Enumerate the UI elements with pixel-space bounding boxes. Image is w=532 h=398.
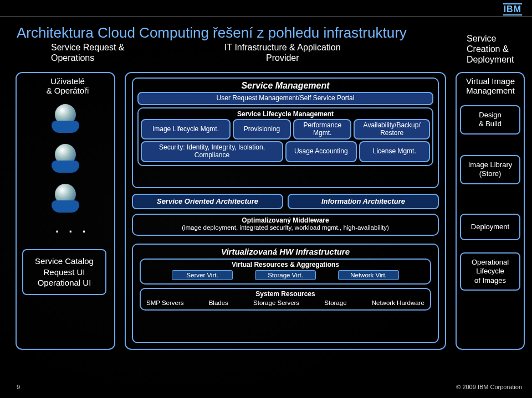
users-label: Uživatelé & Operátoři (40, 76, 95, 95)
sr-blades: Blades (209, 299, 228, 306)
avatar-icon (55, 104, 76, 125)
sr-storage: Storage (324, 299, 346, 306)
middleware-title: Optimalizovaný Middleware (133, 216, 438, 224)
system-resources-box: System Resources SMP Servers Blades Stor… (140, 288, 431, 311)
pill-availability: Availability/Backup/ Restore (354, 119, 430, 140)
pill-performance: Performance Mgmt. (293, 119, 351, 140)
column-header-right: Service Creation & Deployment (467, 33, 514, 65)
virtual-resources-box: Virtual Resources & Aggregations Server … (140, 259, 431, 285)
avatar-icon (55, 184, 76, 205)
user-request-pill: User Request Management/Self Service Por… (137, 92, 433, 105)
copyright: © 2009 IBM Corporation (456, 384, 522, 390)
page-number: 9 (17, 384, 20, 390)
avatar-icon (55, 144, 76, 165)
slm-wrap: Service Lifecycle Management Image Lifec… (137, 107, 433, 166)
service-management-title: Service Management (133, 79, 438, 91)
middleware-sub: (image deployment, integrated security, … (133, 224, 438, 231)
user-icons (43, 101, 88, 208)
vr-title: Virtual Resources & Aggregations (144, 261, 427, 268)
divider (0, 17, 532, 17)
sr-smp: SMP Servers (146, 299, 184, 306)
hw-block: Virtualizovaná HW Infrastructure Virtual… (132, 244, 439, 343)
image-library-box: Image Library(Store) (460, 155, 520, 184)
slm-title: Service Lifecycle Management (141, 110, 430, 118)
pill-image-lifecycle: Image Lifecycle Mgmt. (141, 119, 231, 140)
column-header-mid: IT Infrastructure & Application Provider (224, 42, 341, 63)
service-catalog-box: Service Catalog Request UI Operational U… (22, 249, 106, 295)
page-title: Architektura Cloud Computing řešení z po… (17, 24, 407, 42)
pill-storage-virt: Storage Virt. (255, 270, 316, 280)
pill-server-virt: Server Virt. (172, 270, 233, 280)
middleware-block: Optimalizovaný Middleware (image deploym… (132, 214, 439, 236)
pill-security: Security: Identity, Integrity, Isolation… (141, 141, 283, 162)
pill-network-virt: Network Virt. (338, 270, 399, 280)
pill-provisioning: Provisioning (233, 119, 291, 140)
sr-storage-servers: Storage Servers (253, 299, 299, 306)
pill-usage: Usage Accounting (285, 141, 357, 162)
operational-lifecycle-box: OperationalLifecycleof Images (460, 252, 520, 291)
vim-label: Virtual Image Management (459, 76, 522, 95)
pill-license: License Mgmt. (359, 141, 431, 162)
sr-title: System Resources (144, 290, 427, 298)
design-build-box: Design& Build (460, 105, 520, 135)
deployment-box: Deployment (460, 214, 520, 240)
service-management-block: Service Management User Request Manageme… (132, 77, 439, 188)
ibm-logo: IBM (503, 3, 522, 15)
sr-network-hw: Network Hardware (372, 299, 424, 306)
hw-title: Virtualizovaná HW Infrastructure (133, 245, 438, 256)
architecture-row: Service Oriented Architecture Informatio… (132, 194, 439, 209)
ellipsis-icon: . . . (55, 221, 89, 236)
pill-info-arch: Information Architecture (288, 194, 439, 209)
column-header-left: Service Request & Operations (51, 42, 125, 63)
pill-soa: Service Oriented Architecture (132, 194, 283, 209)
